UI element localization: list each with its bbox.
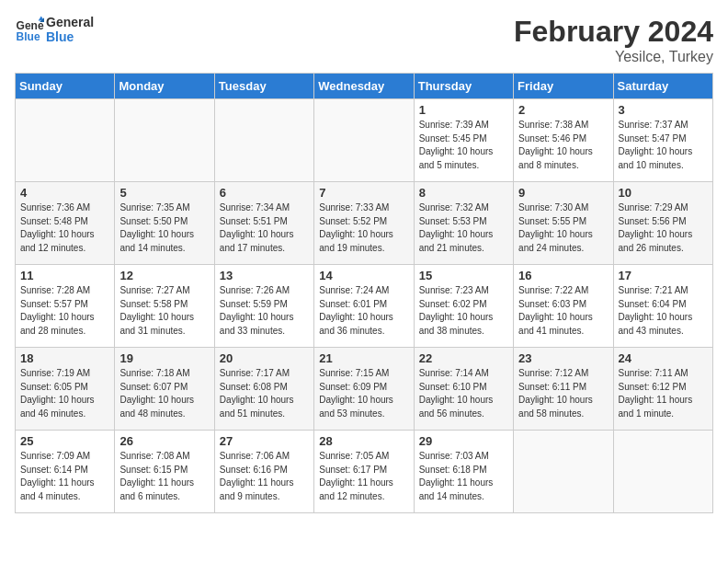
day-info: Sunrise: 7:09 AMSunset: 6:14 PMDaylight:… <box>20 450 109 503</box>
day-info: Sunrise: 7:37 AMSunset: 5:47 PMDaylight:… <box>619 119 708 172</box>
day-number: 5 <box>119 186 209 200</box>
calendar-cell: 14Sunrise: 7:24 AMSunset: 6:01 PMDayligh… <box>314 265 414 348</box>
calendar-cell: 4Sunrise: 7:36 AMSunset: 5:48 PMDaylight… <box>16 182 115 265</box>
calendar-cell <box>115 99 214 182</box>
calendar-cell: 12Sunrise: 7:27 AMSunset: 5:58 PMDayligh… <box>115 265 214 348</box>
calendar-cell: 17Sunrise: 7:21 AMSunset: 6:04 PMDayligh… <box>613 265 712 348</box>
day-info: Sunrise: 7:34 AMSunset: 5:51 PMDaylight:… <box>220 201 309 255</box>
day-number: 12 <box>119 269 209 282</box>
day-info: Sunrise: 7:06 AMSunset: 6:16 PMDaylight:… <box>220 450 309 503</box>
calendar-week-5: 25Sunrise: 7:09 AMSunset: 6:14 PMDayligh… <box>16 431 713 513</box>
day-number: 7 <box>319 186 408 200</box>
logo-name-line2: Blue <box>46 29 94 44</box>
day-info: Sunrise: 7:19 AMSunset: 6:05 PMDaylight:… <box>20 367 109 420</box>
calendar-cell: 11Sunrise: 7:28 AMSunset: 5:57 PMDayligh… <box>16 265 115 348</box>
calendar-cell: 10Sunrise: 7:29 AMSunset: 5:56 PMDayligh… <box>613 182 712 265</box>
day-info: Sunrise: 7:29 AMSunset: 5:56 PMDaylight:… <box>619 201 708 255</box>
calendar-cell: 27Sunrise: 7:06 AMSunset: 6:16 PMDayligh… <box>214 431 313 513</box>
calendar-cell: 1Sunrise: 7:39 AMSunset: 5:45 PMDaylight… <box>414 99 513 182</box>
day-number: 24 <box>619 351 708 365</box>
day-info: Sunrise: 7:39 AMSunset: 5:45 PMDaylight:… <box>419 119 508 172</box>
weekday-header-row: SundayMondayTuesdayWednesdayThursdayFrid… <box>16 74 713 99</box>
day-info: Sunrise: 7:35 AMSunset: 5:50 PMDaylight:… <box>119 201 209 255</box>
weekday-header-wednesday: Wednesday <box>314 74 414 99</box>
day-number: 25 <box>20 434 109 448</box>
day-info: Sunrise: 7:14 AMSunset: 6:10 PMDaylight:… <box>419 367 508 420</box>
day-number: 18 <box>20 351 109 365</box>
day-info: Sunrise: 7:36 AMSunset: 5:48 PMDaylight:… <box>20 201 109 255</box>
day-info: Sunrise: 7:22 AMSunset: 6:03 PMDaylight:… <box>518 284 608 338</box>
calendar-cell: 26Sunrise: 7:08 AMSunset: 6:15 PMDayligh… <box>115 431 214 513</box>
calendar-week-3: 11Sunrise: 7:28 AMSunset: 5:57 PMDayligh… <box>16 265 713 348</box>
calendar-week-4: 18Sunrise: 7:19 AMSunset: 6:05 PMDayligh… <box>16 348 713 431</box>
day-info: Sunrise: 7:18 AMSunset: 6:07 PMDaylight:… <box>119 367 209 420</box>
logo-name-line1: General <box>46 15 94 29</box>
calendar-cell: 15Sunrise: 7:23 AMSunset: 6:02 PMDayligh… <box>414 265 513 348</box>
calendar-cell: 3Sunrise: 7:37 AMSunset: 5:47 PMDaylight… <box>613 99 712 182</box>
calendar-cell: 22Sunrise: 7:14 AMSunset: 6:10 PMDayligh… <box>414 348 513 431</box>
weekday-header-friday: Friday <box>514 74 613 99</box>
day-number: 4 <box>20 186 109 200</box>
calendar-cell: 9Sunrise: 7:30 AMSunset: 5:55 PMDaylight… <box>514 182 613 265</box>
day-info: Sunrise: 7:23 AMSunset: 6:02 PMDaylight:… <box>419 284 508 338</box>
day-number: 29 <box>419 434 508 448</box>
day-info: Sunrise: 7:03 AMSunset: 6:18 PMDaylight:… <box>419 450 508 503</box>
day-number: 26 <box>119 434 209 448</box>
day-number: 1 <box>419 103 508 117</box>
calendar-cell <box>314 99 414 182</box>
day-number: 19 <box>119 351 209 365</box>
calendar-cell <box>214 99 313 182</box>
day-info: Sunrise: 7:33 AMSunset: 5:52 PMDaylight:… <box>319 201 408 255</box>
day-number: 11 <box>20 269 109 282</box>
day-number: 17 <box>619 269 708 282</box>
weekday-header-tuesday: Tuesday <box>214 74 313 99</box>
day-info: Sunrise: 7:05 AMSunset: 6:17 PMDaylight:… <box>319 450 408 503</box>
day-info: Sunrise: 7:38 AMSunset: 5:46 PMDaylight:… <box>518 119 608 172</box>
day-number: 9 <box>518 186 608 200</box>
calendar-cell: 5Sunrise: 7:35 AMSunset: 5:50 PMDaylight… <box>115 182 214 265</box>
page-header: General Blue General Blue February 2024 … <box>15 15 713 65</box>
calendar-cell: 7Sunrise: 7:33 AMSunset: 5:52 PMDaylight… <box>314 182 414 265</box>
day-number: 21 <box>319 351 408 365</box>
day-number: 8 <box>419 186 508 200</box>
day-number: 20 <box>220 351 309 365</box>
logo-icon: General Blue <box>15 15 44 44</box>
day-number: 23 <box>518 351 608 365</box>
day-number: 10 <box>619 186 708 200</box>
calendar-cell: 19Sunrise: 7:18 AMSunset: 6:07 PMDayligh… <box>115 348 214 431</box>
day-number: 6 <box>220 186 309 200</box>
day-info: Sunrise: 7:15 AMSunset: 6:09 PMDaylight:… <box>319 367 408 420</box>
calendar-cell: 23Sunrise: 7:12 AMSunset: 6:11 PMDayligh… <box>514 348 613 431</box>
calendar-body: 1Sunrise: 7:39 AMSunset: 5:45 PMDaylight… <box>16 99 713 513</box>
day-info: Sunrise: 7:08 AMSunset: 6:15 PMDaylight:… <box>119 450 209 503</box>
day-number: 14 <box>319 269 408 282</box>
day-info: Sunrise: 7:12 AMSunset: 6:11 PMDaylight:… <box>518 367 608 420</box>
day-info: Sunrise: 7:26 AMSunset: 5:59 PMDaylight:… <box>220 284 309 338</box>
calendar-cell: 24Sunrise: 7:11 AMSunset: 6:12 PMDayligh… <box>613 348 712 431</box>
day-number: 2 <box>518 103 608 117</box>
location-title: Yesilce, Turkey <box>514 49 713 65</box>
calendar-cell: 6Sunrise: 7:34 AMSunset: 5:51 PMDaylight… <box>214 182 313 265</box>
calendar-cell <box>613 431 712 513</box>
title-block: February 2024 Yesilce, Turkey <box>514 15 713 65</box>
calendar-cell: 21Sunrise: 7:15 AMSunset: 6:09 PMDayligh… <box>314 348 414 431</box>
weekday-header-sunday: Sunday <box>16 74 115 99</box>
day-number: 15 <box>419 269 508 282</box>
calendar-table: SundayMondayTuesdayWednesdayThursdayFrid… <box>15 73 713 513</box>
day-info: Sunrise: 7:17 AMSunset: 6:08 PMDaylight:… <box>220 367 309 420</box>
day-info: Sunrise: 7:21 AMSunset: 6:04 PMDaylight:… <box>619 284 708 338</box>
month-title: February 2024 <box>514 15 713 49</box>
calendar-cell: 2Sunrise: 7:38 AMSunset: 5:46 PMDaylight… <box>514 99 613 182</box>
day-number: 13 <box>220 269 309 282</box>
calendar-cell: 18Sunrise: 7:19 AMSunset: 6:05 PMDayligh… <box>16 348 115 431</box>
calendar-cell: 16Sunrise: 7:22 AMSunset: 6:03 PMDayligh… <box>514 265 613 348</box>
weekday-header-monday: Monday <box>115 74 214 99</box>
calendar-cell <box>514 431 613 513</box>
calendar-cell: 29Sunrise: 7:03 AMSunset: 6:18 PMDayligh… <box>414 431 513 513</box>
calendar-cell: 28Sunrise: 7:05 AMSunset: 6:17 PMDayligh… <box>314 431 414 513</box>
day-number: 3 <box>619 103 708 117</box>
calendar-cell: 20Sunrise: 7:17 AMSunset: 6:08 PMDayligh… <box>214 348 313 431</box>
calendar-cell: 8Sunrise: 7:32 AMSunset: 5:53 PMDaylight… <box>414 182 513 265</box>
day-number: 16 <box>518 269 608 282</box>
day-number: 28 <box>319 434 408 448</box>
